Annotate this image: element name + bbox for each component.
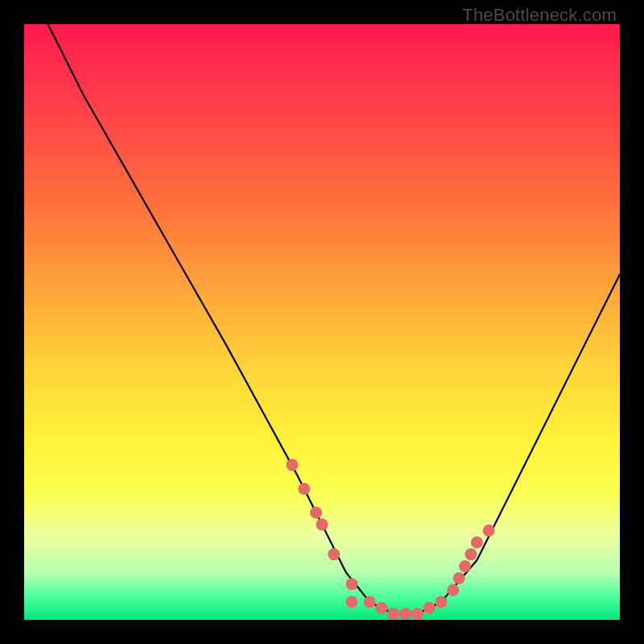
valley-dot: [459, 560, 471, 572]
valley-dot: [453, 572, 465, 584]
watermark-text: TheBottleneck.com: [462, 5, 617, 26]
valley-dot: [471, 536, 483, 548]
valley-dot: [376, 602, 388, 614]
valley-dot: [346, 596, 358, 608]
valley-dot: [298, 483, 310, 495]
chart-svg: [24, 24, 620, 620]
valley-dot: [483, 525, 495, 537]
valley-dot: [346, 578, 358, 590]
valley-dot: [447, 584, 459, 597]
valley-dot: [436, 596, 448, 608]
valley-dot: [387, 608, 399, 620]
valley-dot: [328, 548, 340, 560]
valley-dot: [316, 518, 328, 530]
valley-dot: [364, 596, 376, 608]
bottleneck-curve: [48, 24, 620, 614]
valley-dot: [399, 608, 411, 620]
valley-dot: [287, 459, 299, 471]
valley-dot: [465, 548, 477, 560]
valley-dot: [310, 506, 322, 518]
valley-dot: [423, 602, 436, 614]
valley-dot: [411, 608, 423, 620]
valley-dots-group: [287, 459, 495, 620]
chart-frame: TheBottleneck.com: [0, 0, 644, 644]
